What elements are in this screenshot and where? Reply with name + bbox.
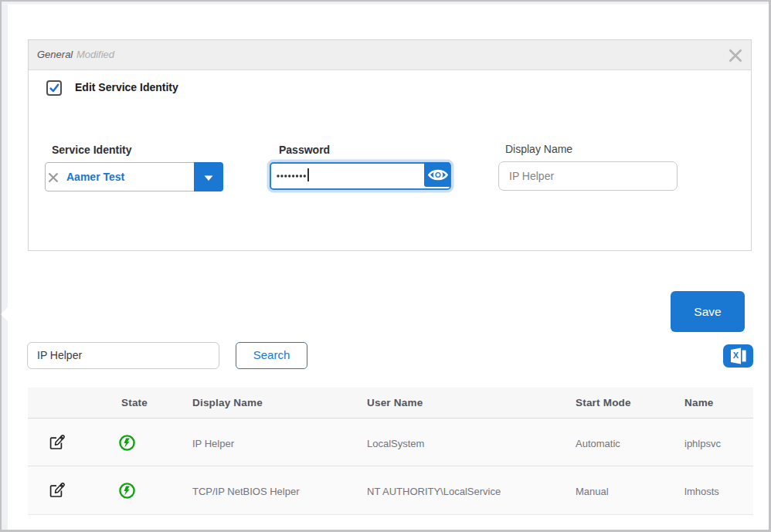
svg-text:X: X [733,351,739,360]
